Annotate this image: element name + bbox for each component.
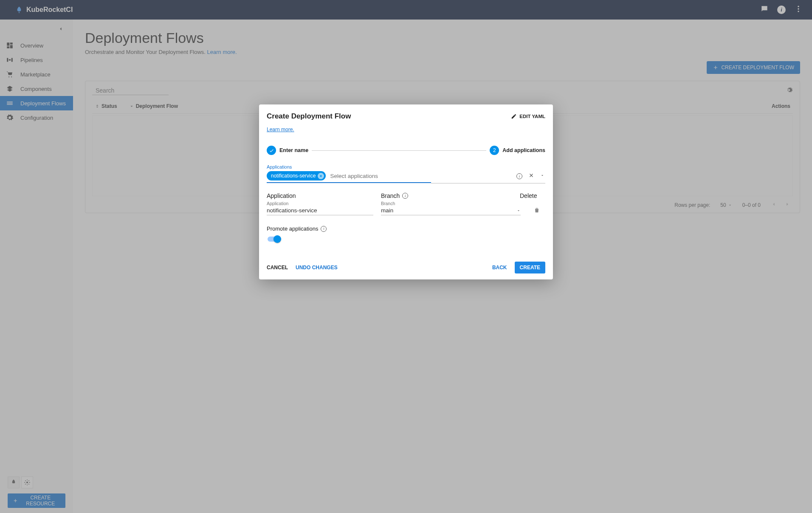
app-field-label: Application [267, 201, 373, 206]
applications-select-input[interactable] [328, 173, 431, 179]
back-button[interactable]: BACK [492, 263, 507, 272]
delete-row-button[interactable] [528, 207, 545, 215]
create-flow-dialog: Create Deployment Flow EDIT YAML Learn m… [259, 104, 553, 279]
dialog-learn-more[interactable]: Learn more. [267, 127, 294, 132]
step-1[interactable]: Enter name [267, 146, 308, 155]
clear-icon[interactable] [528, 172, 534, 180]
info-icon[interactable]: i [321, 226, 327, 232]
create-button[interactable]: CREATE [515, 262, 545, 273]
app-chip[interactable]: notifications-service [267, 171, 326, 180]
info-icon[interactable]: i [402, 193, 408, 199]
edit-yaml-button[interactable]: EDIT YAML [511, 113, 545, 119]
applications-label: Applications [267, 164, 545, 169]
col-delete: Delete [520, 192, 545, 199]
branch-select[interactable]: main [381, 206, 521, 215]
info-icon[interactable]: i [516, 173, 522, 179]
col-branch: Branch i [381, 192, 520, 199]
stepper: Enter name 2 Add applications [267, 146, 545, 155]
chip-remove[interactable] [318, 173, 324, 179]
promote-toggle[interactable] [267, 235, 281, 243]
cancel-button[interactable]: CANCEL [267, 263, 288, 272]
trash-icon [533, 207, 540, 214]
check-icon [269, 148, 274, 153]
close-icon [319, 174, 323, 178]
step-2[interactable]: 2 Add applications [490, 146, 545, 155]
pencil-icon [511, 113, 517, 119]
dialog-title: Create Deployment Flow [267, 112, 351, 121]
undo-button[interactable]: UNDO CHANGES [296, 263, 338, 272]
promote-label: Promote applications i [267, 225, 545, 232]
col-application: Application [267, 192, 381, 199]
branch-field-label: Branch [381, 201, 521, 206]
modal-scrim[interactable]: Create Deployment Flow EDIT YAML Learn m… [0, 0, 812, 513]
dropdown-icon[interactable] [540, 172, 544, 180]
app-field[interactable]: notifications-service [267, 206, 373, 215]
chevron-down-icon [540, 172, 544, 178]
chevron-down-icon [516, 209, 521, 213]
step-connector [312, 150, 486, 151]
